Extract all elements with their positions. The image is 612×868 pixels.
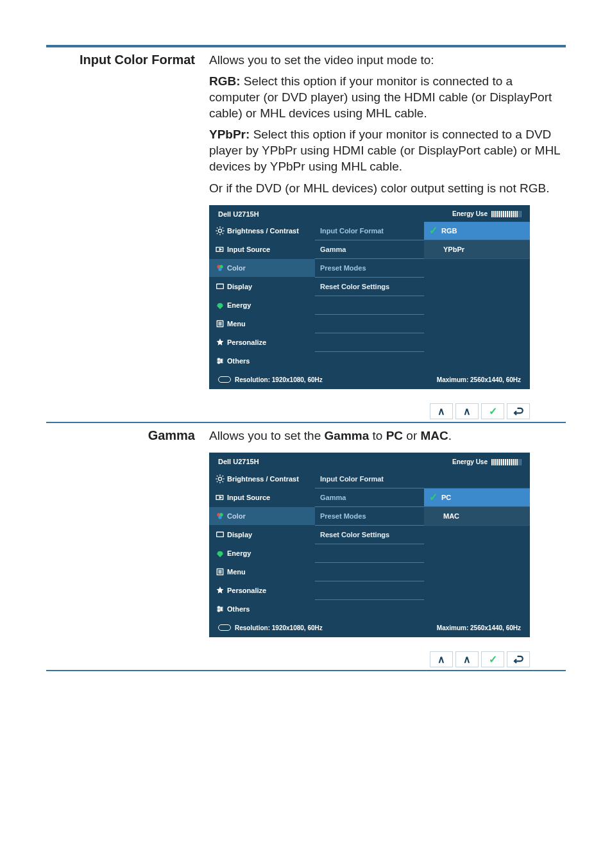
svg-line-5 xyxy=(217,228,217,228)
menu-brightness[interactable]: Brightness / Contrast xyxy=(209,222,315,240)
osd-title: Dell U2715H xyxy=(218,457,259,467)
mid-gamma[interactable]: Gamma xyxy=(315,240,424,259)
osd-mid-menu: Input Color Format Gamma Preset Modes Re… xyxy=(315,222,424,371)
mid-reset-color[interactable]: Reset Color Settings xyxy=(315,526,424,544)
svg-rect-13 xyxy=(217,284,224,288)
menu-personalize[interactable]: Personalize xyxy=(209,333,315,352)
svg-point-23 xyxy=(218,362,220,363)
svg-point-47 xyxy=(218,610,220,612)
rgb-label: RGB: xyxy=(209,74,241,88)
nav-confirm-button[interactable]: ✓ xyxy=(481,403,504,419)
ypbpr-label: YPbPr: xyxy=(209,128,250,141)
gamma-intro: Allows you to set the Gamma to PC or MAC… xyxy=(209,428,566,444)
others-icon xyxy=(213,356,227,366)
section-gamma: Gamma Allows you to set the Gamma to PC … xyxy=(46,422,566,670)
brightness-icon xyxy=(213,474,227,484)
mid-preset-modes[interactable]: Preset Modes xyxy=(315,507,424,526)
menu-menu[interactable]: Menu xyxy=(209,315,315,333)
section-description: Allows you to set the Gamma to PC or MAC… xyxy=(209,428,566,670)
energy-use: Energy Use xyxy=(452,457,522,467)
mid-input-color-format[interactable]: Input Color Format xyxy=(315,470,424,488)
osd-right-menu: ✓ RGB YPbPr xyxy=(424,222,530,371)
resolution-icon xyxy=(218,624,231,631)
star-icon xyxy=(213,585,227,596)
menu-energy[interactable]: Energy xyxy=(209,296,315,315)
svg-line-7 xyxy=(217,233,217,234)
menu-others[interactable]: Others xyxy=(209,600,315,619)
menu-display[interactable]: Display xyxy=(209,278,315,296)
svg-line-29 xyxy=(217,476,217,476)
osd-footer: Resolution: 1920x1080, 60Hz Maximum: 256… xyxy=(209,619,530,637)
osd-right-menu: ✓ PC MAC xyxy=(424,470,530,619)
mid-input-color-format[interactable]: Input Color Format xyxy=(315,222,424,240)
svg-point-36 xyxy=(218,515,221,519)
display-icon xyxy=(213,530,227,540)
nav-up-button[interactable]: ∧ xyxy=(430,651,453,667)
menu-display[interactable]: Display xyxy=(209,526,315,544)
svg-point-22 xyxy=(221,360,223,362)
osd-mid-menu: Input Color Format Gamma Preset Modes Re… xyxy=(315,470,424,619)
svg-point-45 xyxy=(218,606,220,608)
section-description: Allows you to set the video input mode t… xyxy=(209,52,566,422)
menu-energy[interactable]: Energy xyxy=(209,544,315,563)
svg-point-46 xyxy=(221,608,223,610)
menu-input-source[interactable]: Input Source xyxy=(209,240,315,259)
menu-icon xyxy=(213,567,227,577)
osd-left-menu: Brightness / Contrast Input Source Color… xyxy=(209,470,315,619)
energy-icon xyxy=(213,300,227,310)
osd-left-menu: Brightness / Contrast Input Source Color… xyxy=(209,222,315,371)
star-icon xyxy=(213,337,227,347)
intro-text: Allows you to set the video input mode t… xyxy=(209,52,566,68)
osd-screenshot-input-color: Dell U2715H Energy Use Brightness / Cont… xyxy=(209,205,530,390)
opt-ypbpr[interactable]: YPbPr xyxy=(424,240,530,259)
energy-bar-icon xyxy=(491,459,522,465)
mid-preset-modes[interactable]: Preset Modes xyxy=(315,259,424,278)
svg-line-31 xyxy=(217,481,217,482)
svg-line-30 xyxy=(223,481,223,482)
menu-icon xyxy=(213,319,227,329)
color-icon xyxy=(213,511,227,521)
nav-back-button[interactable] xyxy=(507,651,530,667)
menu-others[interactable]: Others xyxy=(209,352,315,371)
svg-line-32 xyxy=(223,476,223,476)
others-icon xyxy=(213,604,227,614)
osd-button-row: ∧ ∧ ✓ xyxy=(209,401,532,422)
nav-up-button[interactable]: ∧ xyxy=(430,403,453,419)
osd-footer: Resolution: 1920x1080, 60Hz Maximum: 256… xyxy=(209,371,530,389)
opt-mac[interactable]: MAC xyxy=(424,507,530,526)
section-label: Input Color Format xyxy=(46,52,209,422)
menu-personalize[interactable]: Personalize xyxy=(209,581,315,600)
menu-menu[interactable]: Menu xyxy=(209,563,315,581)
nav-back-button[interactable] xyxy=(507,403,530,419)
resolution-icon xyxy=(218,376,231,383)
svg-point-24 xyxy=(218,477,221,480)
energy-icon xyxy=(213,548,227,558)
section-label: Gamma xyxy=(46,428,209,670)
mid-reset-color[interactable]: Reset Color Settings xyxy=(315,278,424,296)
svg-line-6 xyxy=(223,233,223,234)
svg-point-0 xyxy=(218,229,221,232)
mid-gamma[interactable]: Gamma xyxy=(315,488,424,507)
opt-pc[interactable]: ✓ PC xyxy=(424,488,530,507)
nav-confirm-button[interactable]: ✓ xyxy=(481,651,504,667)
svg-point-21 xyxy=(218,358,220,360)
menu-input-source[interactable]: Input Source xyxy=(209,488,315,507)
menu-brightness[interactable]: Brightness / Contrast xyxy=(209,470,315,488)
opt-rgb[interactable]: ✓ RGB xyxy=(424,222,530,240)
osd-title: Dell U2715H xyxy=(218,210,259,219)
extra-text: Or if the DVD (or MHL devices) color out… xyxy=(209,180,566,196)
brightness-icon xyxy=(213,226,227,236)
menu-color[interactable]: Color xyxy=(209,507,315,526)
nav-down-button[interactable]: ∧ xyxy=(455,403,479,419)
energy-use: Energy Use xyxy=(452,210,522,219)
svg-line-8 xyxy=(223,228,223,228)
menu-color[interactable]: Color xyxy=(209,259,315,278)
section-input-color-format: Input Color Format Allows you to set the… xyxy=(46,46,566,422)
input-source-icon xyxy=(213,244,227,255)
display-icon xyxy=(213,281,227,292)
svg-rect-37 xyxy=(217,532,224,537)
energy-bar-icon xyxy=(491,211,522,217)
nav-down-button[interactable]: ∧ xyxy=(455,651,479,667)
color-icon xyxy=(213,263,227,273)
osd-screenshot-gamma: Dell U2715H Energy Use Brightness / Cont… xyxy=(209,453,530,637)
